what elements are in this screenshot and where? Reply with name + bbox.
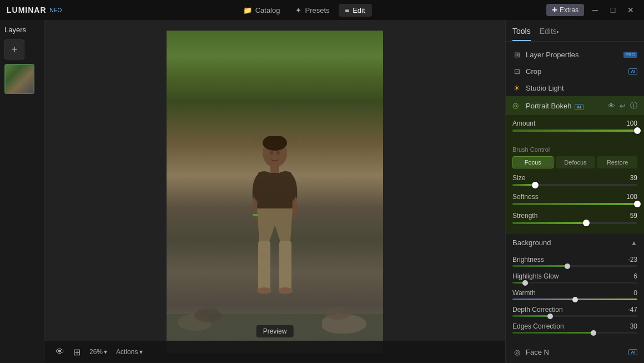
bokeh-icon: ◎ xyxy=(512,101,521,110)
panel-content: ⊞ Layer Properties PRO ⊡ Crop AI ☀ Studi… xyxy=(506,42,644,363)
depth-correction-slider-track[interactable] xyxy=(512,315,637,317)
titlebar-controls: ✚ Extras ─ □ ✕ xyxy=(546,3,637,17)
svg-rect-7 xyxy=(253,214,258,216)
amount-slider-row: Amount 100 xyxy=(512,120,637,132)
presets-icon: ✦ xyxy=(295,6,301,14)
titlebar: LUMINAR NEO 📁 Catalog ✦ Presets ≡ Edit ✚… xyxy=(0,0,644,20)
bokeh-label: Portrait Bokeh AI xyxy=(526,102,603,110)
layers-button[interactable]: ⊞ xyxy=(73,347,80,357)
close-button[interactable]: ✕ xyxy=(624,3,637,17)
svg-point-6 xyxy=(278,287,293,294)
tool-layer-properties[interactable]: ⊞ Layer Properties PRO xyxy=(506,46,644,63)
extras-button[interactable]: ✚ Extras xyxy=(546,4,584,16)
main-layout: Layers + xyxy=(0,20,644,363)
svg-point-8 xyxy=(270,151,273,155)
layer-thumb-image xyxy=(6,65,33,93)
softness-slider-row: Softness 100 xyxy=(512,193,637,205)
chevron-up-icon: ▲ xyxy=(631,239,637,247)
photo-container: Preview xyxy=(167,31,383,353)
svg-point-9 xyxy=(276,151,280,155)
bokeh-actions: 👁 ↩ ⓘ xyxy=(608,101,637,111)
crop-icon: ⊡ xyxy=(512,67,521,76)
brightness-slider-row: Brightness -23 xyxy=(512,256,637,267)
plus-icon: + xyxy=(11,43,18,56)
canvas-area: Preview 👁 ⊞ 26% ▾ Actions ▾ xyxy=(44,20,505,363)
brush-defocus-button[interactable]: Defocus xyxy=(556,156,596,168)
tool-face-n[interactable]: ◎ Face N AI xyxy=(506,344,644,360)
bokeh-eye-button[interactable]: 👁 xyxy=(608,102,615,110)
brightness-slider-track[interactable] xyxy=(512,265,637,267)
minimize-button[interactable]: ─ xyxy=(588,3,602,17)
svg-rect-3 xyxy=(258,241,270,291)
brush-focus-button[interactable]: Focus xyxy=(512,156,554,168)
tab-edits[interactable]: Edits• xyxy=(540,24,559,41)
strength-slider-row: Strength 59 xyxy=(512,212,637,224)
highlights-glow-slider-track[interactable] xyxy=(512,282,637,284)
highlights-glow-slider-row: Highlights Glow 6 xyxy=(512,272,637,284)
layers-panel: Layers + xyxy=(0,20,44,363)
layer-thumbnail[interactable] xyxy=(4,64,34,94)
logo-neo: NEO xyxy=(50,7,62,13)
strength-slider-track[interactable] xyxy=(512,222,637,224)
bokeh-reset-button[interactable]: ↩ xyxy=(620,102,626,110)
background-section-content: Brightness -23 Highlights Glow 6 xyxy=(506,251,644,344)
add-layer-button[interactable]: + xyxy=(4,39,24,59)
brush-buttons: Focus Defocus Restore xyxy=(512,156,637,168)
maximize-button[interactable]: □ xyxy=(606,3,620,17)
boy-figure xyxy=(242,136,308,320)
amount-section: Amount 100 xyxy=(506,115,644,143)
right-panel: Tools Edits• ⊞ Layer Properties PRO ⊡ Cr… xyxy=(505,20,644,363)
tool-studio-light[interactable]: ☀ Studio Light xyxy=(506,79,644,96)
catalog-icon: 📁 xyxy=(243,6,252,14)
extras-plus-icon: ✚ xyxy=(552,6,557,14)
panel-tabs: Tools Edits• xyxy=(506,20,644,42)
size-slider-track[interactable] xyxy=(512,184,637,186)
amount-slider-track[interactable] xyxy=(512,130,637,132)
tool-crop[interactable]: ⊡ Crop AI xyxy=(506,63,644,79)
photo-canvas xyxy=(167,31,383,353)
softness-slider-track[interactable] xyxy=(512,203,637,205)
studio-light-icon: ☀ xyxy=(512,83,521,92)
bokeh-info-button[interactable]: ⓘ xyxy=(630,101,637,111)
size-slider-row: Size 39 xyxy=(512,174,637,186)
edges-correction-slider-row: Edges Correction 30 xyxy=(512,322,637,334)
warmth-slider-track[interactable] xyxy=(512,299,637,300)
eye-button[interactable]: 👁 xyxy=(56,347,64,357)
tab-tools[interactable]: Tools xyxy=(512,24,531,41)
svg-rect-4 xyxy=(279,241,291,291)
svg-point-5 xyxy=(257,287,271,294)
background-section-header[interactable]: Background ▲ xyxy=(506,234,644,251)
preview-tooltip: Preview xyxy=(256,325,294,337)
actions-button[interactable]: Actions ▾ xyxy=(116,348,143,356)
presets-button[interactable]: ✦ Presets xyxy=(289,4,336,17)
edit-icon: ≡ xyxy=(345,6,350,14)
chevron-down-icon: ▾ xyxy=(104,348,107,356)
titlebar-nav: 📁 Catalog ✦ Presets ≡ Edit xyxy=(237,4,372,17)
logo-text: LUMINAR xyxy=(7,6,47,14)
portrait-bokeh-header[interactable]: ◎ Portrait Bokeh AI 👁 ↩ ⓘ xyxy=(506,96,644,115)
layers-title: Layers xyxy=(4,26,39,34)
brush-control-section: Brush Control Focus Defocus Restore Size… xyxy=(506,143,644,234)
edges-correction-slider-track[interactable] xyxy=(512,332,637,334)
actions-chevron-icon: ▾ xyxy=(139,348,143,356)
brush-restore-button[interactable]: Restore xyxy=(597,156,637,168)
zoom-control[interactable]: 26% ▾ xyxy=(89,348,107,356)
logo: LUMINAR NEO xyxy=(7,6,62,14)
catalog-button[interactable]: 📁 Catalog xyxy=(237,4,287,17)
edit-button[interactable]: ≡ Edit xyxy=(339,4,372,17)
layer-properties-icon: ⊞ xyxy=(512,50,521,59)
bottom-toolbar: 👁 ⊞ 26% ▾ Actions ▾ xyxy=(44,341,505,363)
depth-correction-slider-row: Depth Correction -47 xyxy=(512,306,637,317)
warmth-slider-row: Warmth 0 xyxy=(512,289,637,300)
svg-rect-2 xyxy=(270,166,279,173)
face-n-icon: ◎ xyxy=(512,347,521,356)
